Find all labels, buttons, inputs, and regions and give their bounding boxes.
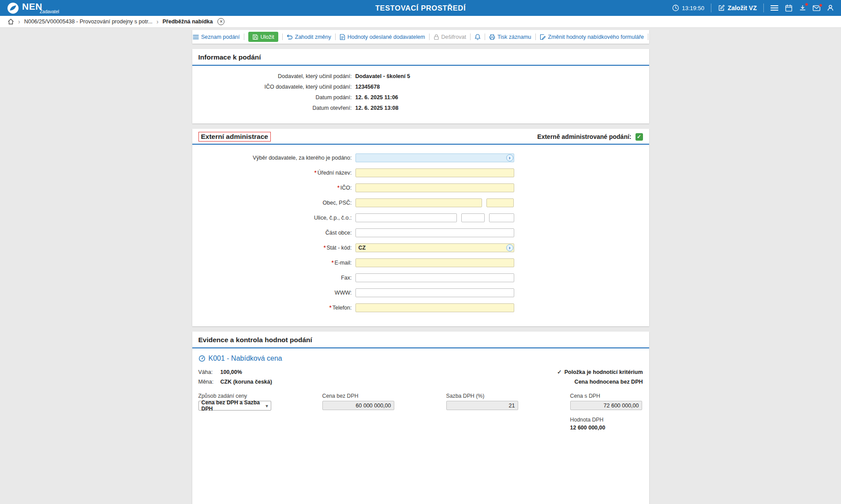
field-row-email: *E-mail:	[192, 258, 649, 267]
required-marker: *	[314, 170, 317, 176]
toolbar-divider	[470, 34, 471, 40]
email-input[interactable]	[355, 258, 514, 267]
chevron-right-icon: ›	[18, 19, 20, 25]
fax-input[interactable]	[355, 273, 514, 282]
cena-s-dph-input[interactable]	[570, 401, 642, 410]
ico-input[interactable]	[355, 183, 514, 192]
seznam-podani-button[interactable]: Seznam podání	[193, 34, 240, 40]
uredni-nazev-input[interactable]	[355, 168, 514, 177]
field-row-vyber-dodavatele: Výběr dodavatele, za kterého je podáno: …	[192, 153, 649, 162]
field-label: Výběr dodavatele, za kterého je podáno:	[192, 155, 355, 161]
calendar-icon[interactable]	[785, 4, 792, 12]
toolbar-divider	[485, 34, 485, 40]
undo-icon	[287, 34, 293, 40]
criterion-flag: ✓ Položka je hodnotící kritérium	[557, 369, 643, 375]
field-label: *E-mail:	[192, 260, 355, 266]
toolbar-divider	[244, 34, 244, 40]
toolbar-divider	[648, 34, 648, 40]
field-label: WWW:	[192, 290, 355, 296]
required-marker: *	[337, 185, 340, 191]
downloads-notification-badge	[805, 3, 808, 6]
vyber-dodavatele-lookup-button[interactable]: ›	[506, 154, 513, 161]
mena-row: Měna: CZK (koruna česká) Cena hodnocena …	[198, 379, 643, 385]
field-label: *Úřední název:	[192, 170, 355, 176]
vaha-label: Váha:	[198, 369, 221, 375]
info-podani-section: Informace k podání Dodavatel, který učin…	[192, 49, 649, 123]
breadcrumb-item-procurement[interactable]: N006/25/V00005438 - Provozování prodejny…	[24, 19, 153, 25]
chevron-right-icon: ›	[157, 19, 159, 25]
cislo-orientacni-input[interactable]	[489, 213, 514, 222]
telefon-input[interactable]	[355, 303, 514, 312]
field-label: *IČO:	[192, 185, 355, 191]
k001-criterion-header[interactable]: K001 - Nabídková cena	[198, 355, 643, 362]
vaha-row: Váha: 100,00% ✓ Položka je hodnotící kri…	[198, 369, 643, 375]
downloads-icon[interactable]	[799, 4, 806, 11]
list-icon	[193, 34, 199, 40]
evaluation-note: Cena hodnocena bez DPH	[575, 379, 643, 385]
toolbar-divider	[282, 34, 283, 40]
cislo-popisne-input[interactable]	[461, 213, 485, 222]
section-title-highlighted: Externí administrace	[198, 132, 271, 142]
field-label: Ulice, č.p., č.o.:	[192, 215, 355, 221]
nen-logo[interactable]: NEN Zadavatel	[7, 2, 59, 14]
stat-kod-input[interactable]	[355, 243, 514, 252]
ulice-input[interactable]	[355, 213, 457, 222]
clock-time: 13:19:50	[672, 4, 704, 11]
www-input[interactable]	[355, 288, 514, 297]
cena-bez-dph-label: Cena bez DPH	[322, 393, 395, 399]
evidence-section: Evidence a kontrola hodnot podání K001 -…	[192, 332, 649, 504]
clock-icon	[672, 4, 679, 11]
section-title: Informace k podání	[192, 49, 649, 66]
info-row: IČO dodavatele, který učinil podání: 123…	[192, 84, 649, 90]
cena-bez-dph-cell: Cena bez DPH	[322, 393, 395, 411]
topbar: NEN Zadavatel TESTOVACÍ PROSTŘEDÍ 13:19:…	[0, 0, 841, 16]
toolbar-divider	[535, 34, 536, 40]
discard-changes-button[interactable]: Zahodit změny	[287, 34, 331, 40]
current-time: 13:19:50	[682, 5, 704, 11]
sazba-dph-cell: Sazba DPH (%)	[446, 393, 519, 411]
field-label: *Stát - kód:	[192, 245, 355, 251]
supplier-values-button[interactable]: Hodnoty odeslané dodavatelem	[340, 34, 425, 40]
change-form-values-button[interactable]: Změnit hodnoty nabídkového formuláře	[540, 34, 644, 40]
field-row-obec-psc: Obec, PSČ:	[192, 198, 649, 207]
close-tab-icon[interactable]: ×	[217, 18, 224, 25]
field-label: Obec, PSČ:	[192, 200, 355, 206]
page-content: Seznam podání Uložit Zahodit změny Hodno…	[192, 30, 649, 504]
field-label: *Telefon:	[192, 305, 355, 311]
hodnota-dph-label: Hodnota DPH	[570, 417, 643, 423]
printer-icon	[489, 34, 495, 40]
messages-notification-badge	[819, 4, 822, 7]
field-row-ico: *IČO:	[192, 183, 649, 192]
field-label: Část obce:	[192, 230, 355, 236]
stat-kod-lookup-button[interactable]: ›	[506, 244, 513, 251]
menu-button[interactable]	[770, 5, 778, 11]
print-record-button[interactable]: Tisk záznamu	[489, 34, 531, 40]
info-label: Datum otevření:	[192, 105, 355, 111]
sazba-dph-input[interactable]	[446, 401, 518, 410]
vaha-value: 100,00%	[221, 369, 242, 375]
lock-icon	[434, 34, 439, 40]
hodnota-dph-value: 12 600 000,00	[570, 425, 643, 431]
vyber-dodavatele-input[interactable]	[355, 153, 514, 162]
topbar-divider	[763, 4, 764, 12]
cena-bez-dph-input[interactable]	[322, 401, 394, 410]
psc-input[interactable]	[486, 198, 514, 207]
messages-icon[interactable]	[813, 5, 820, 11]
field-row-fax: Fax:	[192, 273, 649, 282]
home-icon[interactable]	[7, 19, 14, 25]
create-vz-button[interactable]: Založit VZ	[718, 4, 757, 11]
externi-administrace-section: Externí administrace Externě administrov…	[192, 129, 649, 326]
mena-label: Měna:	[198, 379, 221, 385]
save-button[interactable]: Uložit	[248, 32, 278, 42]
ext-admin-checkbox[interactable]: ✓	[635, 133, 643, 141]
hodnota-dph-cell: Hodnota DPH 12 600 000,00	[570, 417, 643, 431]
user-profile-icon[interactable]	[827, 4, 834, 11]
cast-obce-input[interactable]	[355, 228, 514, 237]
check-icon: ✓	[557, 369, 561, 375]
field-row-telefon: *Telefon:	[192, 303, 649, 312]
field-row-www: WWW:	[192, 288, 649, 297]
notifications-bell-button[interactable]	[475, 34, 481, 40]
obec-input[interactable]	[355, 198, 482, 207]
zpusob-zadani-ceny-select[interactable]: Cena bez DPH a Sazba DPH ▾	[198, 401, 271, 411]
info-value: 12. 6. 2025 13:08	[355, 105, 399, 111]
